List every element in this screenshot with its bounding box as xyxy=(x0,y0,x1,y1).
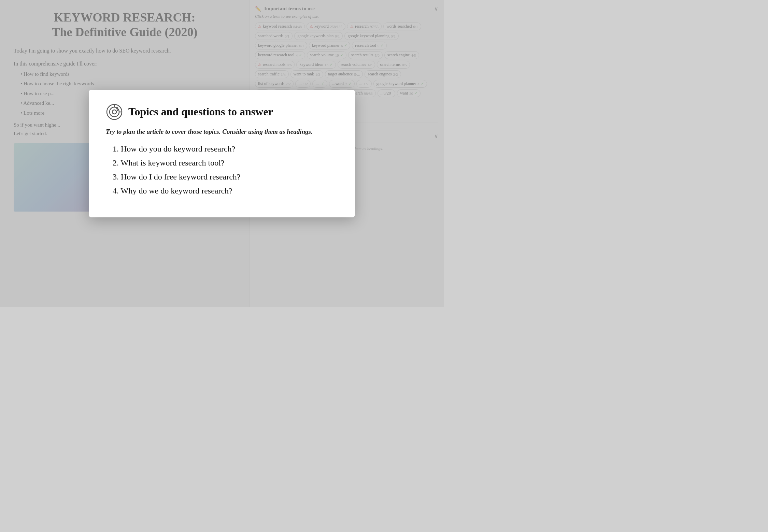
modal-question-item: 3. How do I do free keyword research? xyxy=(113,172,338,182)
modal-title: Topics and questions to answer xyxy=(128,105,273,118)
modal-overlay[interactable]: Topics and questions to answer Try to pl… xyxy=(0,0,444,307)
modal-questions-list: 1. How do you do keyword research? 2. Wh… xyxy=(113,144,338,196)
modal-dialog: Topics and questions to answer Try to pl… xyxy=(89,90,355,218)
modal-question-item: 4. Why do we do keyword research? xyxy=(113,186,338,196)
modal-question-item: 1. How do you do keyword research? xyxy=(113,144,338,154)
page-container: KEYWORD RESEARCH: The Definitive Guide (… xyxy=(0,0,444,307)
modal-target-icon xyxy=(106,103,123,120)
svg-point-7 xyxy=(112,110,116,114)
modal-subtitle: Try to plan the article to cover those t… xyxy=(106,127,338,136)
modal-question-item: 2. What is keyword research tool? xyxy=(113,158,338,168)
modal-header: Topics and questions to answer xyxy=(106,103,338,120)
